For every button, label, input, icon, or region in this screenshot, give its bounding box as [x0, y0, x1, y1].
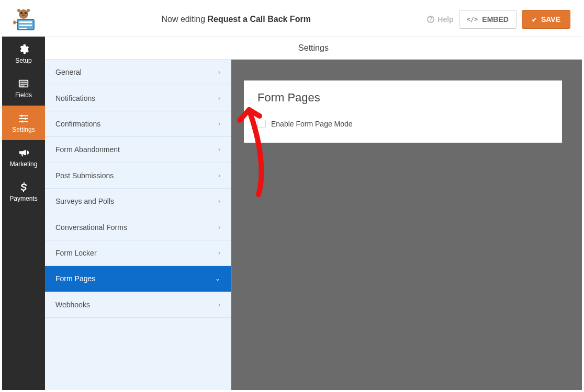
svg-rect-13	[20, 86, 25, 87]
dollar-icon	[18, 181, 29, 193]
rail-item-marketing[interactable]: Marketing	[2, 140, 45, 175]
settings-item-label: General	[55, 68, 82, 76]
rail-item-settings[interactable]: Settings	[2, 106, 45, 140]
content-header-title: Settings	[298, 43, 329, 53]
chevron-right-icon: ›	[218, 120, 220, 128]
svg-point-4	[17, 9, 20, 12]
save-button[interactable]: SAVE	[522, 10, 570, 29]
settings-item-label: Confirmations	[55, 120, 100, 128]
settings-nav: General › Notifications › Confirmations …	[45, 60, 231, 390]
svg-point-19	[21, 120, 24, 122]
settings-item-webhooks[interactable]: Webhooks ›	[45, 292, 231, 318]
embed-button[interactable]: </> EMBED	[459, 10, 516, 29]
settings-item-label: Post Submissions	[55, 171, 114, 180]
gear-icon	[18, 43, 29, 55]
panel-title: Form Pages	[257, 91, 548, 105]
chevron-right-icon: ›	[218, 301, 220, 308]
sliders-icon	[18, 112, 29, 124]
checkbox-icon[interactable]	[257, 120, 266, 128]
settings-canvas: Form Pages Enable Form Page Mode	[231, 60, 582, 390]
svg-point-2	[25, 12, 27, 14]
chevron-right-icon: ›	[218, 249, 220, 257]
settings-item-label: Notifications	[55, 94, 95, 102]
enable-form-page-row[interactable]: Enable Form Page Mode	[257, 120, 548, 128]
svg-rect-14	[19, 116, 28, 117]
checkbox-label: Enable Form Page Mode	[271, 120, 353, 128]
settings-item-form-pages[interactable]: Form Pages ⌄	[45, 266, 231, 292]
rail-item-payments[interactable]: Payments	[2, 175, 45, 209]
divider	[257, 110, 548, 110]
settings-item-form-abandonment[interactable]: Form Abandonment ›	[45, 137, 231, 163]
bullhorn-icon	[18, 147, 29, 158]
title-area: Now editing Request a Call Back Form	[45, 15, 427, 24]
svg-rect-11	[20, 82, 27, 83]
form-pages-panel: Form Pages Enable Form Page Mode	[244, 80, 562, 143]
chevron-right-icon: ›	[218, 146, 220, 153]
chevron-right-icon: ›	[218, 224, 220, 231]
embed-label: EMBED	[482, 15, 509, 24]
svg-rect-12	[20, 84, 27, 85]
chevron-right-icon: ›	[218, 95, 220, 102]
rail-label: Settings	[12, 126, 35, 133]
rail-label: Setup	[15, 57, 31, 64]
svg-rect-15	[19, 118, 28, 119]
svg-point-1	[20, 12, 23, 14]
save-label: SAVE	[541, 15, 560, 24]
svg-rect-8	[19, 25, 32, 26]
help-link[interactable]: ? Help	[427, 15, 453, 24]
editing-title: Now editing Request a Call Back Form	[161, 15, 310, 24]
chevron-right-icon: ›	[218, 172, 220, 179]
list-icon	[18, 78, 29, 89]
svg-point-3	[22, 14, 25, 16]
left-rail: Setup Fields Settings Marketing Payments	[2, 37, 45, 390]
svg-point-17	[20, 114, 23, 117]
settings-item-confirmations[interactable]: Confirmations ›	[45, 111, 231, 137]
editing-prefix: Now editing	[161, 15, 207, 24]
rail-item-fields[interactable]: Fields	[2, 71, 45, 106]
svg-rect-9	[19, 28, 27, 29]
settings-item-notifications[interactable]: Notifications ›	[45, 85, 231, 111]
rail-item-setup[interactable]: Setup	[2, 37, 45, 71]
settings-item-general[interactable]: General ›	[45, 60, 231, 85]
svg-point-5	[27, 9, 30, 12]
settings-item-label: Form Abandonment	[55, 145, 120, 154]
svg-point-18	[25, 118, 27, 120]
top-bar: Now editing Request a Call Back Form ? H…	[2, 2, 582, 37]
settings-item-label: Form Pages	[55, 274, 95, 283]
chevron-down-icon: ⌄	[215, 275, 220, 282]
svg-rect-7	[19, 21, 32, 23]
settings-item-form-locker[interactable]: Form Locker ›	[45, 240, 231, 266]
content-header: Settings	[45, 37, 582, 60]
check-icon	[532, 15, 537, 24]
settings-item-post-submissions[interactable]: Post Submissions ›	[45, 163, 231, 189]
settings-item-label: Conversational Forms	[55, 223, 127, 232]
chevron-right-icon: ›	[218, 198, 220, 205]
settings-item-surveys-polls[interactable]: Surveys and Polls ›	[45, 189, 231, 214]
form-name: Request a Call Back Form	[207, 15, 310, 24]
top-actions: ? Help </> EMBED SAVE	[427, 10, 582, 29]
settings-item-label: Webhooks	[55, 301, 90, 309]
rail-label: Payments	[9, 195, 37, 202]
rail-label: Fields	[15, 91, 32, 99]
app-logo	[2, 2, 45, 37]
chevron-right-icon: ›	[218, 68, 220, 76]
settings-item-label: Surveys and Polls	[55, 197, 114, 205]
settings-item-label: Form Locker	[55, 249, 97, 257]
code-icon: </>	[467, 16, 478, 23]
rail-label: Marketing	[10, 160, 38, 168]
help-label: Help	[437, 15, 453, 24]
help-icon: ?	[427, 16, 434, 23]
settings-item-conversational-forms[interactable]: Conversational Forms ›	[45, 214, 231, 240]
